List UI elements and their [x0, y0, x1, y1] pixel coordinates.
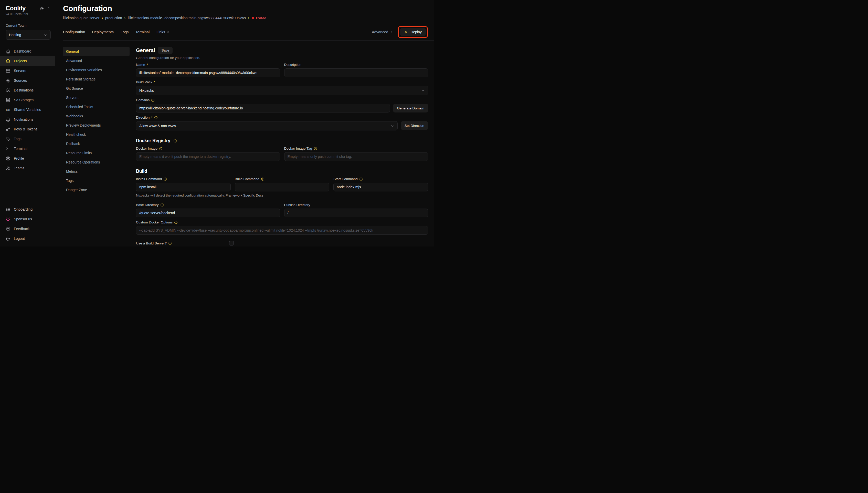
- sidebar-item-label: Logout: [14, 236, 25, 241]
- status-text: Exited: [256, 16, 267, 20]
- sidebar-item-label: Tags: [14, 137, 22, 141]
- info-icon: [154, 116, 158, 120]
- sidebar-item-projects[interactable]: Projects: [0, 56, 55, 66]
- sidebar-item-onboarding[interactable]: Onboarding: [0, 205, 55, 214]
- subnav-item-environment-variables[interactable]: Environment Variables: [63, 65, 130, 74]
- name-label: Name: [136, 63, 145, 67]
- tab-deployments[interactable]: Deployments: [92, 30, 114, 34]
- subnav-item-advanced[interactable]: Advanced: [63, 56, 130, 65]
- tab-terminal[interactable]: Terminal: [135, 30, 150, 34]
- subnav-item-danger-zone[interactable]: Danger Zone: [63, 185, 130, 194]
- sidebar-item-shared-variables[interactable]: (x)Shared Variables: [0, 105, 55, 114]
- breadcrumb-application[interactable]: illicitestonion/-module--decomposition:m…: [128, 16, 246, 20]
- subnav-item-resource-operations[interactable]: Resource Operations: [63, 157, 130, 167]
- subnav-item-preview-deployments[interactable]: Preview Deployments: [63, 121, 130, 130]
- sidebar-item-destinations[interactable]: Destinations: [0, 85, 55, 95]
- base-directory-input[interactable]: [136, 209, 280, 217]
- theme-chevron-updown-icon[interactable]: [47, 7, 50, 10]
- settings-form: General Save General configuration for y…: [136, 47, 434, 246]
- build-pack-select[interactable]: Nixpacks: [136, 86, 428, 95]
- sidebar-item-notifications[interactable]: Notifications: [0, 114, 55, 124]
- subnav-item-servers[interactable]: Servers: [63, 93, 130, 102]
- docker-image-tag-input[interactable]: [284, 152, 428, 161]
- tab-label: Deployments: [92, 30, 114, 34]
- sidebar-item-label: S3 Storages: [14, 98, 33, 102]
- required-asterisk: *: [147, 63, 148, 67]
- info-icon: [359, 177, 363, 181]
- generate-domain-button[interactable]: Generate Domain: [393, 104, 428, 112]
- info-icon: [261, 177, 265, 181]
- docker-registry-heading: Docker Registry: [136, 138, 170, 144]
- tab-configuration[interactable]: Configuration: [63, 30, 85, 34]
- start-command-input[interactable]: [334, 183, 428, 191]
- deploy-button[interactable]: Deploy: [400, 28, 426, 36]
- docker-image-input[interactable]: [136, 152, 280, 161]
- sidebar-item-logout[interactable]: Logout: [0, 234, 55, 243]
- direction-select[interactable]: Allow www & non-www.: [136, 121, 398, 130]
- sidebar-item-dashboard[interactable]: Dashboard: [0, 46, 55, 56]
- build-command-label: Build Command: [235, 177, 259, 181]
- subnav-item-resource-limits[interactable]: Resource Limits: [63, 148, 130, 157]
- subnav-item-metrics[interactable]: Metrics: [63, 167, 130, 176]
- subnav-item-persistent-storage[interactable]: Persistent Storage: [63, 74, 130, 84]
- subnav-item-rollback[interactable]: Rollback: [63, 139, 130, 148]
- domains-input[interactable]: [136, 104, 390, 112]
- terminal-icon: [6, 146, 10, 151]
- theme-sun-icon[interactable]: [40, 6, 44, 11]
- build-pack-label: Build Pack: [136, 80, 152, 84]
- custom-docker-options-input[interactable]: [136, 226, 428, 235]
- tab-links[interactable]: Links: [156, 30, 170, 34]
- servers-icon: [6, 68, 10, 73]
- install-command-label: Install Command: [136, 177, 162, 181]
- sidebar-item-terminal[interactable]: Terminal: [0, 144, 55, 153]
- help-icon: [6, 227, 10, 231]
- tab-logs[interactable]: Logs: [121, 30, 129, 34]
- description-label: Description: [284, 63, 302, 67]
- set-direction-button[interactable]: Set Direction: [401, 121, 428, 130]
- sidebar-item-teams[interactable]: Teams: [0, 163, 55, 173]
- subnav-item-healthcheck[interactable]: Healthcheck: [63, 130, 130, 139]
- install-command-input[interactable]: [136, 183, 231, 191]
- sidebar-item-servers[interactable]: Servers: [0, 66, 55, 76]
- sidebar-item-keys-tokens[interactable]: Keys & Tokens: [0, 124, 55, 134]
- breadcrumb-project[interactable]: illicitonion quote server: [63, 16, 99, 20]
- tab-label: Terminal: [135, 30, 150, 34]
- sidebar-item-profile[interactable]: Profile: [0, 153, 55, 163]
- subnav-item-tags[interactable]: Tags: [63, 176, 130, 185]
- status-badge: Exited: [252, 16, 267, 20]
- subnav-item-scheduled-tasks[interactable]: Scheduled Tasks: [63, 102, 130, 111]
- sidebar-item-sponsor-us[interactable]: Sponsor us: [0, 214, 55, 224]
- name-input[interactable]: [136, 68, 280, 77]
- sidebar-item-label: Shared Variables: [14, 108, 41, 112]
- sidebar-item-sources[interactable]: Sources: [0, 76, 55, 85]
- home-icon: [6, 49, 10, 54]
- subnav-item-webhooks[interactable]: Webhooks: [63, 111, 130, 121]
- subnav-item-general[interactable]: General: [63, 47, 130, 56]
- bell-icon: [6, 117, 10, 122]
- sidebar-item-s3-storages[interactable]: S3 Storages: [0, 95, 55, 105]
- build-helper-text: Nixpacks will detect the required config…: [136, 193, 428, 197]
- team-select[interactable]: Hosting: [6, 30, 51, 40]
- info-icon: [173, 139, 177, 143]
- heart-icon: [6, 217, 10, 222]
- chevron-down-icon: [390, 124, 394, 128]
- chevron-updown-icon: [166, 30, 170, 34]
- tab-label: Links: [156, 30, 165, 34]
- sidebar-item-label: Projects: [14, 59, 27, 63]
- build-server-checkbox[interactable]: [229, 241, 234, 245]
- advanced-dropdown[interactable]: Advanced: [372, 30, 393, 34]
- app-version: v4.0.0-beta.399: [0, 12, 55, 16]
- sidebar-item-feedback[interactable]: Feedback: [0, 224, 55, 234]
- sidebar-item-tags[interactable]: Tags: [0, 134, 55, 144]
- info-icon: [168, 241, 172, 245]
- domains-label: Domains: [136, 98, 150, 102]
- checklist-icon: [6, 207, 10, 212]
- breadcrumb-environment[interactable]: production: [105, 16, 122, 20]
- description-input[interactable]: [284, 68, 428, 77]
- save-button[interactable]: Save: [158, 47, 173, 54]
- build-command-input[interactable]: [235, 183, 329, 191]
- framework-docs-link[interactable]: Framework Specific Docs: [226, 193, 263, 197]
- publish-directory-input[interactable]: [284, 209, 428, 217]
- status-dot-icon: [252, 17, 254, 19]
- subnav-item-git-source[interactable]: Git Source: [63, 84, 130, 93]
